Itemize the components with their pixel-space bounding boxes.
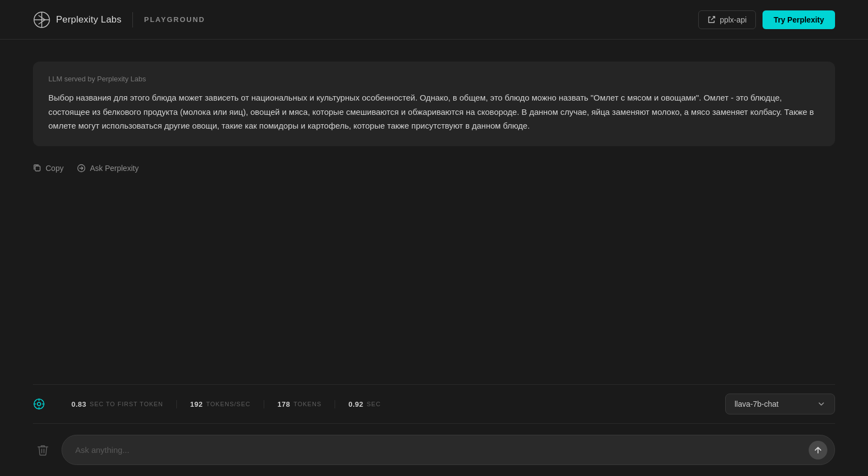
action-buttons: Copy Ask Perplexity bbox=[33, 157, 835, 179]
model-select[interactable]: llava-7b-chat bbox=[725, 394, 835, 414]
pplx-api-label: pplx-api bbox=[720, 15, 747, 24]
stat-time-to-first-token: 0.83 SEC TO FIRST TOKEN bbox=[58, 400, 177, 408]
send-icon bbox=[814, 446, 822, 455]
stat-sec-label: SEC bbox=[367, 401, 381, 407]
svg-point-6 bbox=[37, 402, 41, 406]
model-select-value: llava-7b-chat bbox=[735, 400, 778, 408]
ask-perplexity-icon bbox=[77, 164, 86, 173]
input-area bbox=[33, 424, 835, 476]
response-source: LLM served by Perplexity Labs bbox=[48, 75, 820, 83]
stat-tokens-per-sec: 192 TOKENS/SEC bbox=[177, 400, 264, 408]
input-container bbox=[62, 435, 835, 465]
stat-tps-label: TOKENS/SEC bbox=[206, 401, 251, 407]
external-link-icon bbox=[708, 16, 715, 24]
chat-input[interactable] bbox=[62, 435, 835, 465]
response-card: LLM served by Perplexity Labs Выбор назв… bbox=[33, 62, 835, 146]
header: Perplexity Labs PLAYGROUND pplx-api Try … bbox=[0, 0, 868, 40]
stat-ttft-value: 0.83 bbox=[71, 400, 86, 408]
try-perplexity-button[interactable]: Try Perplexity bbox=[763, 10, 835, 29]
playground-label: PLAYGROUND bbox=[144, 15, 205, 24]
header-divider bbox=[132, 12, 133, 27]
svg-rect-3 bbox=[35, 166, 40, 171]
logo-text: Perplexity Labs bbox=[56, 14, 121, 25]
send-button[interactable] bbox=[809, 441, 827, 460]
stat-tokens-label: TOKENS bbox=[293, 401, 321, 407]
stat-tokens-value: 178 bbox=[277, 400, 290, 408]
logo-area: Perplexity Labs bbox=[33, 11, 121, 29]
copy-label: Copy bbox=[46, 164, 64, 173]
trash-icon bbox=[37, 444, 48, 456]
stat-sec-value: 0.92 bbox=[348, 400, 363, 408]
model-selector-container: llava-7b-chat bbox=[725, 394, 835, 414]
response-area: LLM served by Perplexity Labs Выбор назв… bbox=[33, 40, 835, 384]
stats-icon bbox=[33, 398, 45, 410]
ask-perplexity-label: Ask Perplexity bbox=[90, 164, 139, 173]
stats-bar: 0.83 SEC TO FIRST TOKEN 192 TOKENS/SEC 1… bbox=[33, 384, 835, 424]
header-left: Perplexity Labs PLAYGROUND bbox=[33, 11, 205, 29]
main-content: LLM served by Perplexity Labs Выбор назв… bbox=[0, 40, 868, 476]
stat-tokens: 178 TOKENS bbox=[264, 400, 335, 408]
chevron-down-icon bbox=[817, 400, 826, 408]
delete-button[interactable] bbox=[33, 440, 53, 460]
copy-button[interactable]: Copy bbox=[33, 162, 64, 175]
stat-sec: 0.92 SEC bbox=[335, 400, 394, 408]
stat-ttft-label: SEC TO FIRST TOKEN bbox=[90, 401, 163, 407]
stat-tps-value: 192 bbox=[190, 400, 203, 408]
perplexity-logo-icon bbox=[33, 11, 51, 29]
ask-perplexity-button[interactable]: Ask Perplexity bbox=[77, 162, 139, 175]
copy-icon bbox=[33, 164, 41, 172]
response-text: Выбор названия для этого блюда может зав… bbox=[48, 91, 820, 133]
header-right: pplx-api Try Perplexity bbox=[698, 10, 835, 29]
pplx-api-button[interactable]: pplx-api bbox=[698, 10, 756, 29]
